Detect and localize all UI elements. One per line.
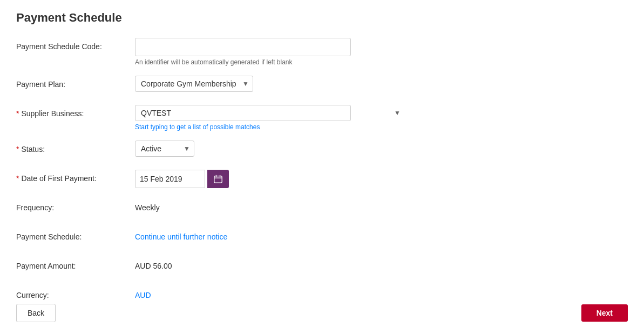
supplier-select-wrapper: QVTEST ▼ bbox=[135, 105, 405, 121]
status-label: *Status: bbox=[16, 141, 135, 154]
payment-plan-select[interactable]: Corporate Gym Membership bbox=[135, 76, 253, 92]
schedule-code-row: Payment Schedule Code: An identifier wil… bbox=[16, 38, 628, 66]
supplier-row: *Supplier Business: QVTEST ▼ Start typin… bbox=[16, 105, 628, 131]
payment-amount-row: Payment Amount: AUD 56.00 bbox=[16, 257, 628, 277]
supplier-field: QVTEST ▼ Start typing to get a list of p… bbox=[135, 105, 405, 131]
payment-schedule-field: Continue until further notice bbox=[135, 228, 405, 241]
date-required-star: * bbox=[16, 174, 19, 183]
page-title: Payment Schedule bbox=[16, 11, 628, 25]
supplier-label: *Supplier Business: bbox=[16, 105, 135, 118]
supplier-select[interactable]: QVTEST bbox=[135, 105, 351, 121]
date-input[interactable] bbox=[135, 170, 205, 188]
payment-amount-field: AUD 56.00 bbox=[135, 257, 405, 270]
payment-plan-label: Payment Plan: bbox=[16, 76, 135, 89]
payment-plan-select-wrapper: Corporate Gym Membership ▼ bbox=[135, 76, 253, 92]
status-row: *Status: Active ▼ bbox=[16, 141, 628, 160]
schedule-code-input[interactable] bbox=[135, 38, 351, 56]
date-field bbox=[135, 170, 405, 188]
status-required-star: * bbox=[16, 145, 19, 154]
frequency-label: Frequency: bbox=[16, 199, 135, 212]
svg-rect-0 bbox=[214, 176, 222, 183]
page-container: Payment Schedule Payment Schedule Code: … bbox=[0, 0, 644, 333]
payment-plan-field: Corporate Gym Membership ▼ bbox=[135, 76, 405, 92]
back-button[interactable]: Back bbox=[16, 304, 56, 322]
calendar-button[interactable] bbox=[207, 170, 229, 188]
schedule-code-label: Payment Schedule Code: bbox=[16, 38, 135, 51]
supplier-required-star: * bbox=[16, 109, 19, 118]
payment-amount-label: Payment Amount: bbox=[16, 257, 135, 270]
frequency-row: Frequency: Weekly bbox=[16, 199, 628, 218]
status-select[interactable]: Active bbox=[135, 141, 194, 157]
currency-label: Currency: bbox=[16, 287, 135, 299]
currency-field: AUD bbox=[135, 287, 405, 299]
supplier-hint: Start typing to get a list of possible m… bbox=[135, 123, 405, 131]
payment-schedule-label: Payment Schedule: bbox=[16, 228, 135, 241]
frequency-value: Weekly bbox=[135, 199, 405, 212]
schedule-code-hint: An identifier will be automatically gene… bbox=[135, 58, 405, 66]
status-select-wrapper: Active ▼ bbox=[135, 141, 194, 157]
date-wrapper bbox=[135, 170, 405, 188]
status-field: Active ▼ bbox=[135, 141, 405, 157]
footer: Back Next bbox=[16, 304, 628, 322]
date-row: *Date of First Payment: bbox=[16, 170, 628, 189]
schedule-code-field: An identifier will be automatically gene… bbox=[135, 38, 405, 66]
currency-row: Currency: AUD bbox=[16, 287, 628, 306]
calendar-icon bbox=[213, 174, 223, 184]
next-button[interactable]: Next bbox=[581, 304, 628, 322]
date-label: *Date of First Payment: bbox=[16, 170, 135, 183]
supplier-chevron-icon: ▼ bbox=[394, 109, 401, 117]
frequency-field: Weekly bbox=[135, 199, 405, 212]
payment-amount-value: AUD 56.00 bbox=[135, 257, 405, 270]
payment-schedule-row: Payment Schedule: Continue until further… bbox=[16, 228, 628, 248]
payment-schedule-value: Continue until further notice bbox=[135, 228, 405, 241]
currency-value: AUD bbox=[135, 287, 405, 299]
payment-plan-row: Payment Plan: Corporate Gym Membership ▼ bbox=[16, 76, 628, 95]
